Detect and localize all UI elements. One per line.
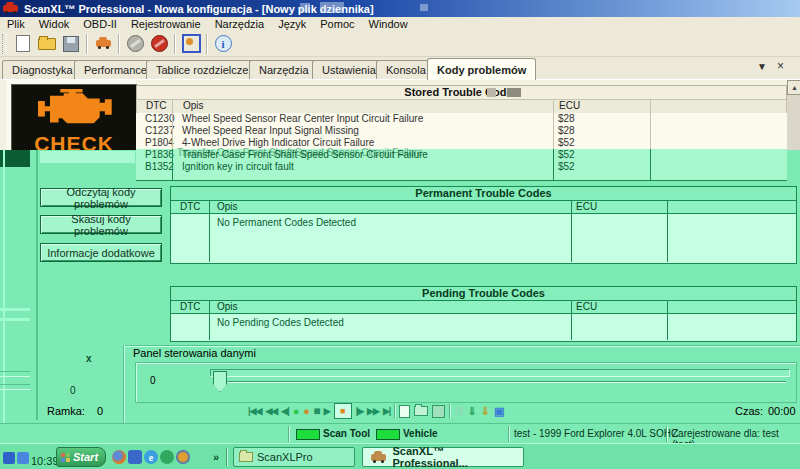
table-row[interactable]: C1237 Wheel Speed Rear Input Signal Miss…: [136, 125, 787, 137]
playback-slider-track[interactable]: [210, 369, 790, 377]
stop-button[interactable]: ■: [334, 403, 352, 419]
column-divider: [650, 149, 651, 180]
vehicle-info: test - 1999 Ford Explorer 4.0L SOHC: [514, 428, 678, 439]
scan-tool-label: Scan Tool: [323, 428, 370, 439]
disconnect-button[interactable]: [147, 33, 171, 55]
frame-value: 0: [97, 405, 103, 417]
open-log-icon[interactable]: [414, 406, 428, 416]
taskbar-button-scanxlpro[interactable]: ScanXLPro: [233, 447, 355, 467]
permanent-column-header[interactable]: DTC Opis ECU: [171, 201, 796, 214]
menu-obd[interactable]: OBD-II: [76, 18, 124, 30]
tab-performance[interactable]: Performance: [74, 60, 157, 79]
col-dtc[interactable]: DTC: [146, 100, 167, 112]
new-log-icon[interactable]: [399, 405, 410, 418]
tray-icon[interactable]: [3, 452, 15, 464]
tray-icon[interactable]: [17, 452, 29, 464]
dtc-code: P1836: [145, 149, 174, 161]
new-file-button[interactable]: [11, 33, 35, 55]
menu-narzedzia[interactable]: Narzędzia: [208, 18, 272, 30]
button-label: Odczytaj kody problemów: [47, 186, 155, 210]
app-icon: [3, 5, 18, 12]
rewind-icon[interactable]: ◀◀: [265, 404, 277, 418]
clear-codes-button[interactable]: Skasuj kody problemów: [40, 215, 162, 234]
col-ecu[interactable]: ECU: [576, 201, 597, 213]
skip-end-icon[interactable]: ▶|: [383, 404, 390, 418]
export-icon[interactable]: ↺: [454, 404, 463, 418]
col-ecu[interactable]: ECU: [576, 301, 597, 313]
snapshot-icon[interactable]: ●: [303, 404, 310, 418]
record-icon[interactable]: ●: [293, 404, 300, 418]
column-divider: [571, 301, 572, 340]
start-button[interactable]: Start: [56, 447, 106, 467]
glitch-artifact: [0, 318, 30, 321]
dashboard-layout-button[interactable]: [179, 33, 203, 55]
disconnect-plug-icon: [151, 35, 168, 52]
menu-plik[interactable]: Plik: [0, 18, 32, 30]
table-row[interactable]: P1836 Transfer Case Front Shaft Speed Se…: [136, 149, 787, 161]
column-divider: [553, 99, 554, 149]
tab-scroll-dropdown[interactable]: ▼: [757, 61, 767, 72]
glitch-artifact: [487, 88, 496, 97]
messenger-icon[interactable]: [128, 450, 142, 464]
play-icon[interactable]: ▶: [324, 404, 330, 418]
menu-rejestrowanie[interactable]: Rejestrowanie: [124, 18, 208, 30]
scrollbar-up-icon[interactable]: ▲: [787, 80, 800, 95]
vehicle-led: [376, 429, 400, 440]
ecu-id: $52: [558, 149, 575, 161]
vehicle-button[interactable]: [91, 33, 115, 55]
tab-close-icon[interactable]: ×: [777, 59, 784, 73]
stored-column-header[interactable]: DTC Opis ECU: [136, 99, 787, 114]
table-row[interactable]: C1230 Wheel Speed Sensor Rear Center Inp…: [136, 113, 787, 125]
tab-diagnostyka[interactable]: Diagnostyka: [2, 60, 83, 79]
info-button[interactable]: i: [211, 33, 235, 55]
col-ecu[interactable]: ECU: [559, 100, 580, 112]
playback-slider-channel[interactable]: [213, 381, 786, 383]
col-opis[interactable]: Opis: [183, 100, 204, 112]
toolbar-grip[interactable]: [2, 34, 7, 54]
close-icon[interactable]: x: [86, 353, 92, 364]
save-log-icon[interactable]: [432, 405, 445, 418]
car-icon: [371, 454, 386, 461]
taskbar-button-scanxl[interactable]: ScanXL™ Professional...: [362, 447, 524, 467]
dtc-code: B1352: [145, 161, 174, 173]
read-codes-button[interactable]: Odczytaj kody problemów: [40, 188, 162, 207]
app-green-icon[interactable]: [160, 450, 174, 464]
menu-window[interactable]: Window: [362, 18, 415, 30]
status-divider: [508, 426, 509, 442]
save-file-button[interactable]: [59, 33, 83, 55]
pause-icon[interactable]: ▮▮: [314, 404, 320, 418]
quicklaunch-overflow-chevron[interactable]: »: [213, 451, 219, 463]
tab-narzedzia[interactable]: Narzędzia: [249, 60, 319, 79]
col-opis[interactable]: Opis: [217, 301, 238, 313]
fast-forward-icon[interactable]: ▶▶: [367, 404, 379, 418]
menu-jezyk[interactable]: Język: [271, 18, 313, 30]
playback-separator: [394, 404, 395, 418]
tab-ustawienia[interactable]: Ustawienia: [312, 60, 386, 79]
pending-column-header[interactable]: DTC Opis ECU: [171, 301, 796, 314]
col-dtc[interactable]: DTC: [180, 201, 201, 213]
send-down-yellow-icon[interactable]: ⇓: [481, 404, 490, 418]
menu-widok[interactable]: Widok: [32, 18, 77, 30]
task-label: ScanXLPro: [257, 451, 313, 463]
new-file-icon: [16, 35, 30, 52]
skip-start-icon[interactable]: |◀◀: [248, 404, 261, 418]
firefox-icon[interactable]: [112, 450, 126, 464]
open-file-button[interactable]: [35, 33, 59, 55]
step-back-icon[interactable]: ◀|: [281, 404, 288, 418]
send-down-green-icon[interactable]: ⇓: [468, 404, 477, 418]
frame-view-icon[interactable]: ▣: [494, 404, 504, 418]
menu-pomoc[interactable]: Pomoc: [313, 18, 361, 30]
col-dtc[interactable]: DTC: [180, 301, 201, 313]
internet-explorer-icon[interactable]: e: [144, 450, 158, 464]
media-player-icon[interactable]: [176, 450, 190, 464]
dtc-code: C1237: [145, 125, 174, 137]
tab-kody-problemow[interactable]: Kody problemów: [427, 58, 536, 80]
additional-info-button[interactable]: Informacje dodatkowe: [40, 243, 162, 262]
title-bar[interactable]: ScanXL™ Professional - Nowa konfiguracja…: [0, 0, 800, 17]
vehicle-label: Vehicle: [403, 428, 437, 439]
step-forward-icon[interactable]: |▶: [356, 404, 363, 418]
connect-button[interactable]: [123, 33, 147, 55]
table-row[interactable]: B1352 Ignition key in circuit fault $52: [136, 161, 787, 173]
tab-tablice-rozdzielcze[interactable]: Tablice rozdzielcze: [146, 60, 258, 79]
col-opis[interactable]: Opis: [217, 201, 238, 213]
